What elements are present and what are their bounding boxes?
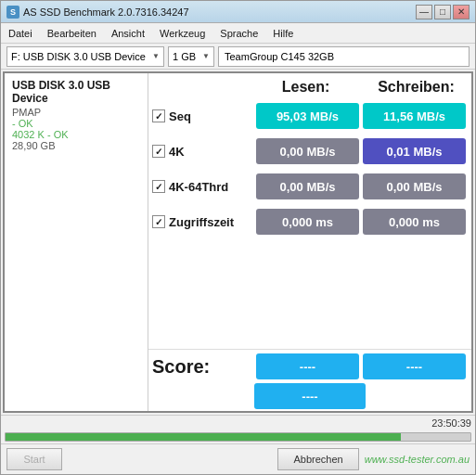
device-name: TeamGroup C145 32GB xyxy=(225,51,334,62)
4k64-read-cell: 0,00 MB/s xyxy=(256,173,359,199)
progress-section xyxy=(1,430,475,443)
left-panel: USB DISK 3.0 USB Device PMAP - OK 4032 K… xyxy=(5,73,148,411)
drive-selector[interactable]: F: USB DISK 3.0 USB Device ▼ xyxy=(6,46,164,67)
menu-datei[interactable]: Datei xyxy=(5,26,36,41)
disk-size: 28,90 GB xyxy=(12,140,140,151)
access-read-cell: 0,000 ms xyxy=(256,209,359,235)
close-button[interactable]: ✕ xyxy=(453,5,470,19)
row-label-access: ✓ Zugriffszeit xyxy=(152,215,254,229)
score-read-cell: ---- xyxy=(256,353,359,379)
pmap-label: PMAP xyxy=(12,107,140,118)
seq-read-cell: 95,03 MB/s xyxy=(256,103,359,129)
score-write-cell: ---- xyxy=(363,353,466,379)
right-panel: Lesen: Schreiben: ✓ Seq 95,03 MB/s 11,56… xyxy=(148,73,471,411)
menu-werkzeug[interactable]: Werkzeug xyxy=(156,26,209,41)
main-content: USB DISK 3.0 USB Device PMAP - OK 4032 K… xyxy=(3,71,473,413)
write-header: Schreiben: xyxy=(361,79,471,96)
access-write-cell: 0,000 ms xyxy=(363,209,466,235)
timestamp: 23:50:39 xyxy=(431,417,471,429)
app-window: S AS SSD Benchmark 2.0.7316.34247 — □ ✕ … xyxy=(0,0,476,475)
table-row: ✓ Zugriffszeit 0,000 ms 0,000 ms xyxy=(152,207,468,237)
window-title: AS SSD Benchmark 2.0.7316.34247 xyxy=(23,6,189,18)
results-header: Lesen: Schreiben: xyxy=(148,73,471,99)
menu-sprache[interactable]: Sprache xyxy=(216,26,262,41)
read-header: Lesen: xyxy=(251,79,361,96)
score-section: Score: ---- ---- ---- xyxy=(148,349,471,411)
checkbox-seq[interactable]: ✓ xyxy=(152,109,165,122)
title-bar: S AS SSD Benchmark 2.0.7316.34247 — □ ✕ xyxy=(1,1,475,23)
bench-table: ✓ Seq 95,03 MB/s 11,56 MB/s ✓ 4K 0,00 MB… xyxy=(148,99,471,349)
progress-bar-fill xyxy=(6,433,401,441)
menu-bearbeiten[interactable]: Bearbeiten xyxy=(44,26,100,41)
4k-read-cell: 0,00 MB/s xyxy=(256,138,359,164)
4k-write-cell: 0,01 MB/s xyxy=(363,138,466,164)
action-left: Start xyxy=(6,448,62,470)
score-bottom: ---- xyxy=(152,383,468,409)
4k64-write-cell: 0,00 MB/s xyxy=(363,173,466,199)
disk-title: USB DISK 3.0 USB Device xyxy=(12,79,140,105)
status-ok2: 4032 K - OK xyxy=(12,129,140,140)
checkbox-4k64[interactable]: ✓ xyxy=(152,180,165,193)
title-buttons: — □ ✕ xyxy=(416,5,470,19)
row-label-4k: ✓ 4K xyxy=(152,145,254,159)
minimize-button[interactable]: — xyxy=(416,5,432,19)
bottom-bar: 23:50:39 xyxy=(1,415,475,430)
table-row: ✓ Seq 95,03 MB/s 11,56 MB/s xyxy=(152,101,468,131)
menu-bar: Datei Bearbeiten Ansicht Werkzeug Sprach… xyxy=(1,23,475,44)
checkbox-access[interactable]: ✓ xyxy=(152,215,165,228)
app-icon: S xyxy=(6,6,19,19)
score-label: Score: xyxy=(152,356,254,378)
progress-bar-container xyxy=(5,432,471,442)
cancel-button[interactable]: Abbrechen xyxy=(277,448,358,470)
title-bar-left: S AS SSD Benchmark 2.0.7316.34247 xyxy=(6,6,189,19)
row-label-seq: ✓ Seq xyxy=(152,109,254,123)
action-right: Abbrechen www.ssd-tester.com.au xyxy=(277,448,470,470)
score-row: Score: ---- ---- xyxy=(152,353,468,379)
status-ok1: - OK xyxy=(12,118,140,129)
size-selector[interactable]: 1 GB ▼ xyxy=(168,46,214,67)
start-button[interactable]: Start xyxy=(6,448,62,470)
checkbox-4k[interactable]: ✓ xyxy=(152,145,165,158)
size-label: 1 GB xyxy=(173,51,196,62)
size-dropdown-arrow: ▼ xyxy=(202,52,210,60)
drive-label: F: USB DISK 3.0 USB Device xyxy=(11,51,146,62)
table-row: ✓ 4K 0,00 MB/s 0,01 MB/s xyxy=(152,136,468,166)
device-name-field[interactable]: TeamGroup C145 32GB xyxy=(218,46,470,67)
toolbar: F: USB DISK 3.0 USB Device ▼ 1 GB ▼ Team… xyxy=(1,44,475,70)
score-total-cell: ---- xyxy=(254,383,366,409)
menu-ansicht[interactable]: Ansicht xyxy=(108,26,148,41)
action-bar: Start Abbrechen www.ssd-tester.com.au xyxy=(1,443,475,474)
drive-dropdown-arrow: ▼ xyxy=(152,52,160,60)
maximize-button[interactable]: □ xyxy=(434,5,451,19)
watermark: www.ssd-tester.com.au xyxy=(365,454,470,465)
row-label-4k64: ✓ 4K-64Thrd xyxy=(152,180,254,194)
seq-write-cell: 11,56 MB/s xyxy=(363,103,466,129)
menu-hilfe[interactable]: Hilfe xyxy=(269,26,297,41)
table-row: ✓ 4K-64Thrd 0,00 MB/s 0,00 MB/s xyxy=(152,172,468,201)
